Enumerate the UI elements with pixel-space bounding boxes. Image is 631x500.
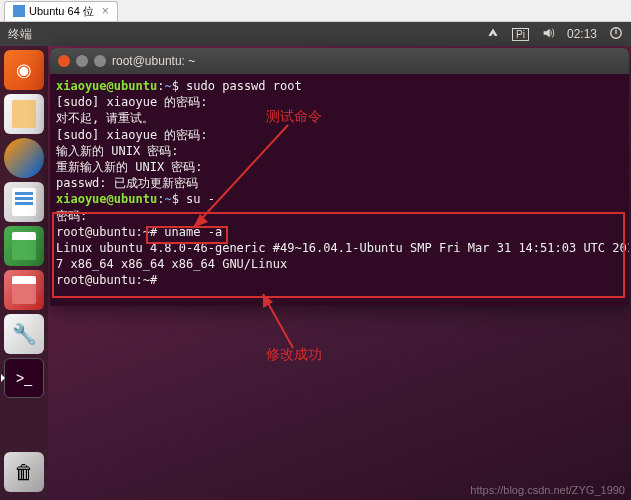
term-line: [sudo] xiaoyue 的密码:: [56, 95, 208, 109]
window-minimize-icon[interactable]: [76, 55, 88, 67]
clock[interactable]: 02:13: [567, 27, 597, 41]
vm-os-icon: [13, 5, 25, 17]
vm-tab-label: Ubuntu 64 位: [29, 4, 94, 19]
desktop: root@ubuntu: ~ xiaoyue@ubuntu:~$ sudo pa…: [48, 46, 631, 500]
vm-tab-close[interactable]: ×: [102, 4, 109, 18]
term-line: 输入新的 UNIX 密码:: [56, 144, 179, 158]
ubuntu-top-panel: 终端 Pi 02:13: [0, 22, 631, 46]
term-line: 对不起, 请重试。: [56, 111, 154, 125]
term-line: 密码:: [56, 209, 87, 223]
annotation-success: 修改成功: [266, 346, 322, 364]
terminal-window: root@ubuntu: ~ xiaoyue@ubuntu:~$ sudo pa…: [50, 48, 629, 306]
vm-tab-bar: Ubuntu 64 位 ×: [0, 0, 631, 22]
calc-icon[interactable]: [4, 226, 44, 266]
firefox-icon[interactable]: [4, 138, 44, 178]
unity-launcher: ◉ 🔧 >_ 🗑: [0, 46, 48, 500]
window-close-icon[interactable]: [58, 55, 70, 67]
prompt-user: xiaoyue@ubuntu: [56, 79, 157, 93]
terminal-titlebar[interactable]: root@ubuntu: ~: [50, 48, 629, 74]
files-icon[interactable]: [4, 94, 44, 134]
term-line: su -: [179, 192, 215, 206]
prompt-user: xiaoyue@ubuntu: [56, 192, 157, 206]
writer-icon[interactable]: [4, 182, 44, 222]
network-icon[interactable]: [486, 26, 500, 43]
language-indicator[interactable]: Pi: [512, 28, 529, 41]
session-icon[interactable]: [609, 26, 623, 43]
term-line: 7 x86_64 x86_64 x86_64 GNU/Linux: [56, 257, 287, 271]
term-line: root@ubuntu:~# uname -a: [56, 225, 222, 239]
window-maximize-icon[interactable]: [94, 55, 106, 67]
settings-icon[interactable]: 🔧: [4, 314, 44, 354]
term-line: 重新输入新的 UNIX 密码:: [56, 160, 203, 174]
term-line: root@ubuntu:~#: [56, 273, 157, 287]
panel-indicators: Pi 02:13: [486, 26, 623, 43]
terminal-icon[interactable]: >_: [4, 358, 44, 398]
trash-icon[interactable]: 🗑: [4, 452, 44, 492]
terminal-body[interactable]: xiaoyue@ubuntu:~$ sudo passwd root [sudo…: [50, 74, 629, 306]
panel-app-title: 终端: [8, 26, 486, 43]
sound-icon[interactable]: [541, 26, 555, 43]
watermark: https://blog.csdn.net/ZYG_1990: [470, 484, 625, 496]
term-line: Linux ubuntu 4.8.0-46-generic #49~16.04.…: [56, 241, 629, 255]
term-line: passwd: 已成功更新密码: [56, 176, 198, 190]
terminal-title: root@ubuntu: ~: [112, 54, 195, 68]
term-line: sudo passwd root: [179, 79, 302, 93]
dash-icon[interactable]: ◉: [4, 50, 44, 90]
impress-icon[interactable]: [4, 270, 44, 310]
vm-tab[interactable]: Ubuntu 64 位 ×: [4, 1, 118, 21]
term-line: [sudo] xiaoyue 的密码:: [56, 128, 208, 142]
